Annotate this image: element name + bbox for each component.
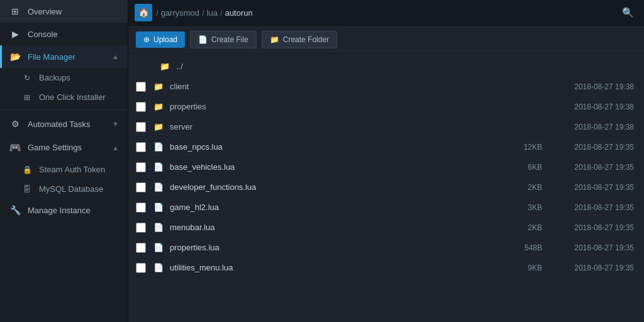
home-icon: 🏠 [135,4,152,21]
upload-button[interactable]: ⊕ Upload [136,31,185,48]
file-list: 📁 ../ 📁client2018-08-27 19:38📁properties… [128,54,644,322]
sidebar: ⊞ Overview ▶ Console 📂 File Manager ▲ ↻ … [0,0,128,322]
file-checkbox[interactable] [136,122,146,132]
sidebar-item-steam-auth[interactable]: 🔒 Steam Auth Token [0,160,128,179]
sidebar-sub-label: Steam Auth Token [39,165,105,174]
lock-icon: 🔒 [21,165,33,174]
breadcrumb-link-garrysmod[interactable]: garrysmod [161,8,199,18]
file-size: 9KB [504,264,542,272]
file-row[interactable]: 📄base_vehicles.lua6KB2018-08-27 19:35 [128,157,644,177]
chevron-up-icon: ▲ [112,144,119,152]
folder-add-icon: 📁 [270,35,279,44]
file-name: properties [170,102,504,111]
file-size: 2KB [504,183,542,192]
sidebar-sub-label: One Click Installer [39,92,105,102]
file-checkbox[interactable] [136,223,146,233]
file-icon: 📄 [152,162,165,172]
breadcrumb: / garrysmod / lua / autorun [156,8,614,18]
file-row[interactable]: 📄menubar.lua2KB2018-08-27 19:35 [128,218,644,238]
sidebar-item-automated-tasks[interactable]: ⚙ Automated Tasks ▼ [0,113,128,135]
file-icon: 📄 [152,263,165,272]
backups-icon: ↻ [21,74,33,82]
file-row[interactable]: 📄developer_functions.lua2KB2018-08-27 19… [128,177,644,197]
file-checkbox[interactable] [136,82,146,92]
chevron-up-icon: ▲ [112,53,119,60]
file-checkbox[interactable] [136,162,146,172]
breadcrumb-bar: 🏠 / garrysmod / lua / autorun 🔍 [128,0,644,26]
file-size: 12KB [504,143,542,152]
game-icon: 🎮 [9,142,21,153]
sidebar-item-one-click-installer[interactable]: ⊞ One Click Installer [0,87,128,107]
database-icon: 🗄 [21,185,33,194]
breadcrumb-sep: / [202,8,204,18]
file-name: ../ [176,62,634,71]
file-icon: 📄 [152,203,165,212]
sidebar-item-label: Game Settings [28,143,82,152]
file-row[interactable]: 📄game_hl2.lua3KB2018-08-27 19:35 [128,197,644,218]
search-button[interactable]: 🔍 [618,4,638,21]
file-date: 2018-08-27 19:35 [552,163,634,172]
file-date: 2018-08-27 19:35 [552,203,634,212]
create-folder-button[interactable]: 📁 Create Folder [262,31,337,48]
file-name: developer_functions.lua [170,182,504,192]
file-name: utilities_menu.lua [170,263,504,272]
sidebar-item-manage-instance[interactable]: 🔧 Manage Instance [0,199,128,221]
file-row[interactable]: 📁server2018-08-27 19:38 [128,117,644,137]
file-row[interactable]: 📁properties2018-08-27 19:38 [128,97,644,117]
tasks-icon: ⚙ [9,119,21,129]
file-checkbox[interactable] [136,243,146,253]
file-date: 2018-08-27 19:35 [552,264,634,272]
sidebar-item-label: Manage Instance [28,206,91,215]
file-row[interactable]: 📄utilities_menu.lua9KB2018-08-27 19:35 [128,258,644,278]
folder-icon: 📁 [152,122,165,131]
file-name: client [170,82,504,91]
file-date: 2018-08-27 19:35 [552,183,634,192]
file-row[interactable]: 📁client2018-08-27 19:38 [128,77,644,97]
file-checkbox[interactable] [136,203,146,213]
sidebar-item-file-manager[interactable]: 📂 File Manager ▲ [0,45,128,68]
chevron-down-icon: ▼ [112,120,119,128]
file-size: 6KB [504,163,542,172]
file-row[interactable]: 📄properties.lua548B2018-08-27 19:35 [128,238,644,258]
file-name: base_npcs.lua [170,142,504,152]
wrench-icon: 🔧 [9,205,21,215]
file-row[interactable]: 📄base_npcs.lua12KB2018-08-27 19:35 [128,137,644,157]
file-date: 2018-08-27 19:35 [552,143,634,152]
file-name: game_hl2.lua [170,203,504,212]
main-content: 🏠 / garrysmod / lua / autorun 🔍 ⊕ Upload… [128,0,644,322]
file-size: 548B [504,243,542,252]
sidebar-item-label: Overview [28,7,62,16]
file-icon: 📄 [198,35,208,44]
file-checkbox[interactable] [136,142,146,152]
sidebar-item-label: Automated Tasks [28,119,90,129]
sidebar-sub-label: Backups [39,73,70,82]
upload-icon: ⊕ [143,35,150,44]
file-checkbox[interactable] [136,102,146,112]
sidebar-item-overview[interactable]: ⊞ Overview [0,0,128,23]
file-name: menubar.lua [170,223,504,232]
folder-icon: 📁 [158,62,171,71]
file-checkbox[interactable] [136,263,146,273]
file-checkbox[interactable] [136,182,146,192]
sidebar-item-game-settings[interactable]: 🎮 Game Settings ▲ [0,135,128,160]
sidebar-item-mysql[interactable]: 🗄 MySQL Database [0,179,128,199]
overview-icon: ⊞ [9,6,21,16]
folder-icon: 📂 [9,52,21,62]
sidebar-item-console[interactable]: ▶ Console [0,23,128,45]
create-file-button[interactable]: 📄 Create File [190,31,257,48]
folder-icon: 📁 [152,82,165,91]
file-date: 2018-08-27 19:38 [552,82,634,91]
console-icon: ▶ [9,29,21,39]
sidebar-sub-label: MySQL Database [39,184,103,194]
file-date: 2018-08-27 19:38 [552,103,634,111]
file-icon: 📄 [152,243,165,252]
file-size: 3KB [504,203,542,212]
file-size: 2KB [504,223,542,232]
sidebar-item-backups[interactable]: ↻ Backups [0,68,128,87]
folder-icon: 📁 [152,102,165,111]
file-icon: 📄 [152,223,165,232]
file-date: 2018-08-27 19:35 [552,243,634,252]
file-date: 2018-08-27 19:35 [552,223,634,232]
file-row-parent[interactable]: 📁 ../ [128,57,644,77]
breadcrumb-link-lua[interactable]: lua [207,8,218,18]
